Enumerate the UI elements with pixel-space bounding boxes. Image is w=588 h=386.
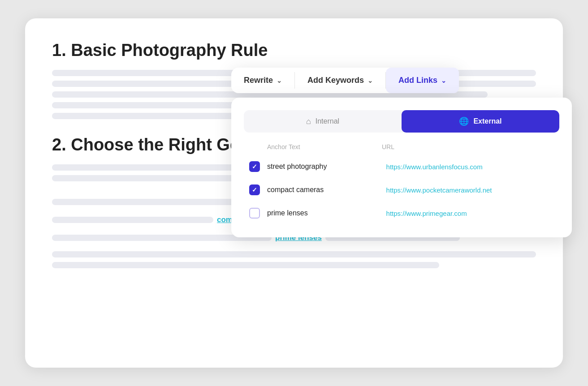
links-table: Anchor Text URL street photography https… (244, 143, 559, 225)
rewrite-button[interactable]: Rewrite ⌄ (231, 68, 294, 93)
anchor-compact-cameras: compact cameras (267, 186, 379, 194)
anchor-prime-lenses: prime lenses (267, 209, 379, 217)
link-type-tabs: ⌂ Internal 🌐 External (244, 110, 559, 133)
checkbox-prime-lenses[interactable] (249, 208, 260, 219)
text-line-segment (52, 217, 213, 223)
tab-external[interactable]: 🌐 External (402, 110, 559, 133)
add-links-dropdown: ⌂ Internal 🌐 External Anchor Text URL (231, 98, 572, 237)
rewrite-label: Rewrite (244, 76, 273, 85)
table-header-row: Anchor Text URL (244, 143, 559, 155)
add-links-button[interactable]: Add Links ⌄ (386, 68, 459, 93)
col-header-anchor: Anchor Text (267, 143, 382, 150)
col-header-url: URL (382, 143, 554, 150)
home-icon: ⌂ (306, 117, 311, 126)
tab-external-label: External (473, 117, 502, 125)
table-row: prime lenses https://www.primegear.com (244, 202, 559, 225)
checkbox-street-photography[interactable] (249, 161, 260, 172)
url-prime-lenses[interactable]: https://www.primegear.com (386, 210, 554, 217)
globe-icon: 🌐 (459, 116, 469, 126)
rewrite-chevron-icon: ⌄ (277, 77, 282, 84)
add-links-chevron-icon: ⌄ (441, 77, 446, 84)
add-keywords-chevron-icon: ⌄ (368, 77, 373, 84)
section1-title: 1. Basic Photography Rule (52, 41, 536, 60)
main-card: 1. Basic Photography Rule 2. Choose the … (25, 18, 563, 368)
tab-internal-label: Internal (316, 117, 339, 125)
anchor-street-photography: street photography (267, 163, 379, 171)
add-keywords-label: Add Keywords (307, 76, 364, 85)
tab-internal[interactable]: ⌂ Internal (244, 110, 402, 133)
add-links-label: Add Links (398, 76, 437, 85)
action-toolbar: Rewrite ⌄ Add Keywords ⌄ Add Links ⌄ ⌂ I… (231, 68, 459, 93)
content-line (52, 251, 536, 257)
add-keywords-button[interactable]: Add Keywords ⌄ (295, 68, 385, 93)
url-compact-cameras[interactable]: https://www.pocketcameraworld.net (386, 186, 554, 194)
table-row: street photography https://www.urbanlens… (244, 155, 559, 178)
content-line (52, 262, 439, 268)
table-row: compact cameras https://www.pocketcamera… (244, 178, 559, 202)
url-street-photography[interactable]: https://www.urbanlensfocus.com (386, 163, 554, 171)
checkbox-compact-cameras[interactable] (249, 184, 260, 195)
